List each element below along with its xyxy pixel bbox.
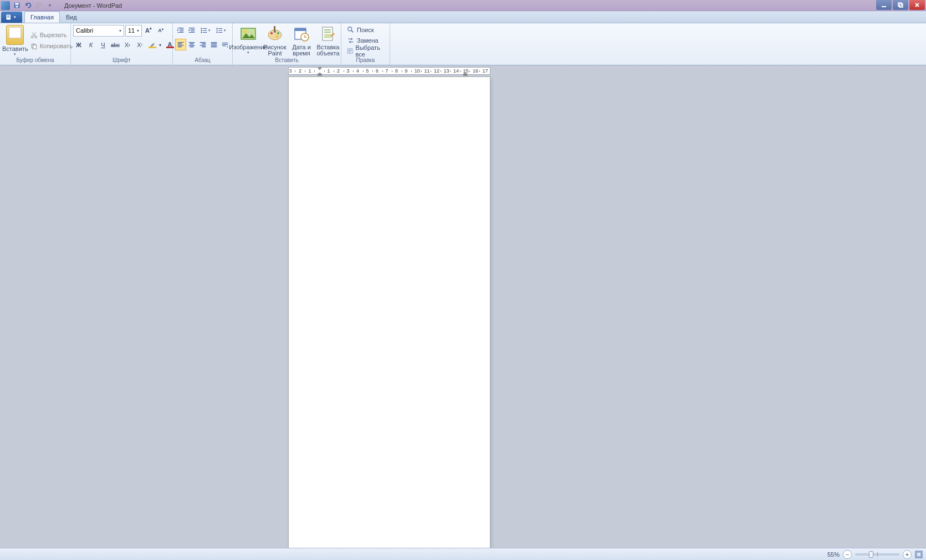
save-icon: [13, 2, 21, 9]
svg-rect-24: [274, 26, 275, 32]
paint-icon: [265, 24, 284, 43]
align-center-button[interactable]: [186, 39, 197, 50]
svg-point-18: [243, 30, 247, 33]
select-all-label: Выбрать все: [356, 44, 385, 58]
horizontal-ruler[interactable]: 3211234567891011121314151617: [288, 67, 490, 75]
chevron-down-icon: ▾: [117, 28, 121, 33]
minimize-button[interactable]: [876, 0, 892, 10]
ruler-tick: 4: [356, 68, 359, 74]
strikethrough-button[interactable]: abc: [110, 39, 121, 51]
group-editing: Поиск Замена Выбрать все Правка: [341, 23, 390, 65]
qat-redo-button[interactable]: [34, 1, 44, 10]
file-menu-button[interactable]: ▾: [1, 12, 22, 23]
ruler-tick: 17: [483, 68, 488, 74]
qat-undo-button[interactable]: [23, 1, 33, 10]
find-label: Поиск: [357, 27, 374, 33]
document-page[interactable]: [288, 76, 490, 548]
left-indent-marker[interactable]: [318, 73, 322, 76]
ribbon: Вставить ▾ Вырезать Копировать Буфер обм…: [0, 23, 926, 65]
close-button[interactable]: [909, 0, 925, 10]
ruler-tick: 3: [347, 68, 350, 74]
fullscreen-icon[interactable]: [915, 551, 923, 558]
cut-icon: [30, 32, 38, 39]
replace-label: Замена: [357, 37, 378, 44]
ruler-tick: 6: [376, 68, 378, 74]
svg-rect-31: [324, 34, 331, 38]
grow-font-button[interactable]: A▴: [143, 25, 154, 37]
line-spacing-button[interactable]: ▾: [213, 24, 228, 36]
highlight-color-dropdown[interactable]: ▾: [157, 39, 163, 51]
superscript-button[interactable]: X²: [134, 39, 145, 51]
svg-rect-2: [16, 6, 18, 7]
font-size-combo[interactable]: 11 ▾: [125, 25, 142, 37]
copy-button[interactable]: Копировать: [30, 41, 73, 51]
insert-paint-label: Рисунок Paint: [263, 44, 287, 56]
highlight-color-swatch: [149, 47, 156, 48]
tab-main[interactable]: Главная: [24, 11, 60, 23]
group-label-editing: Правка: [341, 56, 390, 64]
align-left-icon: [177, 41, 185, 49]
select-all-button[interactable]: Выбрать все: [345, 46, 387, 56]
align-left-button[interactable]: [175, 39, 186, 50]
chevron-down-icon: ▾: [12, 15, 18, 19]
group-label-font: Шрифт: [71, 56, 172, 64]
chevron-down-icon: ▾: [14, 52, 16, 56]
paste-button[interactable]: Вставить ▾: [2, 24, 28, 56]
maximize-button[interactable]: [893, 0, 908, 10]
insert-datetime-label: Дата и время: [292, 44, 311, 56]
insert-picture-button[interactable]: Изображение ▾: [235, 24, 262, 56]
document-area[interactable]: 3211234567891011121314151617: [0, 65, 926, 548]
ruler-tick: 9: [405, 68, 408, 74]
align-justify-button[interactable]: [208, 39, 219, 50]
cut-button[interactable]: Вырезать: [30, 30, 73, 40]
insert-datetime-button[interactable]: Дата и время: [288, 24, 315, 56]
align-right-button[interactable]: [197, 39, 208, 50]
window-controls: [876, 0, 926, 10]
shrink-font-button[interactable]: A▾: [155, 25, 166, 37]
group-clipboard: Вставить ▾ Вырезать Копировать Буфер обм…: [0, 23, 71, 65]
first-line-indent-marker[interactable]: [318, 67, 322, 70]
find-button[interactable]: Поиск: [345, 25, 387, 35]
find-icon: [347, 26, 355, 34]
chevron-down-icon: ▾: [247, 50, 249, 55]
insert-paint-button[interactable]: Рисунок Paint: [262, 24, 288, 56]
app-icon: [1, 1, 10, 10]
zoom-slider[interactable]: [855, 553, 899, 556]
increase-indent-button[interactable]: [186, 24, 197, 36]
copy-label: Копировать: [40, 43, 73, 49]
decrease-indent-icon: [177, 27, 185, 34]
copy-icon: [30, 43, 38, 50]
qat-save-button[interactable]: [12, 1, 22, 10]
tab-view[interactable]: Вид: [60, 11, 83, 23]
ruler-tick: 1: [309, 68, 311, 74]
select-all-icon: [347, 47, 354, 55]
svg-point-15: [201, 29, 202, 30]
zoom-in-button[interactable]: +: [903, 550, 912, 559]
svg-point-23: [276, 35, 278, 38]
font-name-combo[interactable]: Calibri ▾: [73, 25, 124, 37]
ruler-tick: 2: [337, 68, 340, 74]
align-justify-icon: [210, 41, 218, 49]
ruler-tick: 3: [289, 68, 292, 74]
align-center-icon: [188, 41, 196, 49]
italic-button[interactable]: К: [85, 39, 96, 51]
font-size-value: 11: [128, 27, 135, 34]
align-right-icon: [199, 41, 207, 49]
highlight-color-button[interactable]: [146, 39, 157, 51]
svg-point-10: [31, 35, 33, 38]
zoom-slider-midpoint: [877, 552, 878, 557]
insert-object-button[interactable]: Вставка объекта: [315, 24, 341, 56]
picture-icon: [239, 24, 258, 43]
bold-button[interactable]: Ж: [73, 39, 84, 51]
svg-point-32: [348, 27, 352, 31]
zoom-slider-thumb[interactable]: [869, 551, 873, 558]
datetime-icon: [292, 24, 311, 43]
qat-customize-button[interactable]: ▾: [45, 1, 55, 10]
group-label-paragraph: Абзац: [173, 56, 232, 64]
underline-button[interactable]: Ч: [98, 39, 109, 51]
decrease-indent-button[interactable]: [175, 24, 186, 36]
svg-rect-1: [15, 3, 19, 4]
subscript-button[interactable]: X₂: [122, 39, 133, 51]
bullets-button[interactable]: ▾: [197, 24, 213, 36]
zoom-out-button[interactable]: −: [843, 550, 852, 559]
